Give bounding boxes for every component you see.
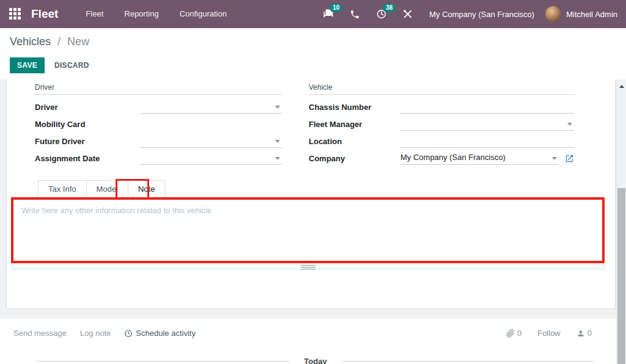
field-label-mobility-card: Mobility Card <box>35 120 141 129</box>
messages-button[interactable]: 10 <box>323 9 334 20</box>
scrollbar-up-arrow-icon[interactable] <box>619 85 624 88</box>
nav-item-fleet[interactable]: Fleet <box>75 0 114 28</box>
followers-count: 0 <box>587 329 592 338</box>
date-divider: Today <box>37 357 594 364</box>
fleet-manager-input[interactable] <box>400 117 574 131</box>
tab-model[interactable]: Model <box>86 180 128 198</box>
chevron-down-icon <box>567 123 572 126</box>
field-label-fleet-manager: Fleet Manager <box>309 120 400 129</box>
company-input[interactable]: My Company (San Francisco) <box>400 151 559 165</box>
chevron-down-icon <box>275 140 280 143</box>
field-row-mobility-card: Mobility Card <box>35 115 282 133</box>
save-button[interactable]: SAVE <box>10 57 45 73</box>
person-icon <box>576 329 585 338</box>
tab-note[interactable]: Note <box>128 180 165 198</box>
attachments-count: 0 <box>517 329 521 338</box>
field-label-company: Company <box>309 154 400 163</box>
note-input[interactable] <box>11 198 605 263</box>
breadcrumb-current: New <box>67 35 89 48</box>
date-divider-label: Today <box>289 357 341 364</box>
field-row-location: Location <box>309 133 574 150</box>
chevron-down-icon <box>552 157 557 160</box>
company-value: My Company (San Francisco) <box>400 151 559 164</box>
chassis-number-input[interactable] <box>400 100 574 114</box>
field-row-future-driver: Future Driver <box>35 133 282 150</box>
user-menu[interactable]: Mitchell Admin <box>545 6 617 22</box>
driver-section: Driver Driver Mobility Card Future Drive… <box>35 83 282 167</box>
mobility-card-input[interactable] <box>141 117 282 131</box>
field-row-driver: Driver <box>35 98 282 115</box>
avatar <box>545 6 561 22</box>
activities-button[interactable]: 38 <box>376 9 387 20</box>
clock-icon <box>124 329 133 338</box>
field-row-assignment-date: Assignment Date <box>35 150 282 167</box>
log-note-button[interactable]: Log note <box>80 329 111 338</box>
top-navbar: Fleet Fleet Reporting Configuration 10 <box>0 0 626 28</box>
field-label-driver: Driver <box>35 103 141 112</box>
field-label-chassis-number: Chassis Number <box>309 103 400 112</box>
note-page <box>11 198 605 263</box>
notebook-tabs: Tax Info Model Note <box>38 180 165 198</box>
assignment-date-input[interactable] <box>141 151 282 165</box>
driver-input[interactable] <box>141 100 282 114</box>
odoo-fleet-vehicle-form: Fleet Fleet Reporting Configuration 10 <box>0 0 626 364</box>
scrollbar-thumb[interactable] <box>617 188 625 364</box>
app-brand[interactable]: Fleet <box>31 7 58 21</box>
vehicle-section: Vehicle Chassis Number Fleet Manager Loc… <box>309 83 574 167</box>
form-scroll-area: Driver Driver Mobility Card Future Drive… <box>0 79 616 318</box>
send-message-button[interactable]: Send message <box>13 329 67 338</box>
paperclip-icon <box>506 329 515 338</box>
breadcrumb-separator: / <box>57 35 61 48</box>
activities-badge: 38 <box>383 4 396 12</box>
notebook-resize-strip <box>11 264 605 270</box>
tools-icon <box>403 9 413 19</box>
messages-badge: 10 <box>330 4 342 12</box>
follow-button[interactable]: Follow <box>537 329 561 338</box>
phone-icon <box>350 9 360 20</box>
location-input[interactable] <box>400 134 574 148</box>
discard-button[interactable]: DISCARD <box>54 61 89 70</box>
company-switcher[interactable]: My Company (San Francisco) <box>429 10 534 19</box>
section-title-driver: Driver <box>35 83 282 95</box>
chevron-down-icon <box>275 106 280 109</box>
chatter: Send message Log note Schedule activity … <box>0 318 616 364</box>
schedule-activity-button[interactable]: Schedule activity <box>124 329 196 338</box>
field-label-assignment-date: Assignment Date <box>35 154 141 163</box>
breadcrumb-vehicles-link[interactable]: Vehicles <box>10 35 51 48</box>
form-sheet: Driver Driver Mobility Card Future Drive… <box>6 79 616 309</box>
attachments-button[interactable]: 0 <box>506 329 521 338</box>
schedule-activity-label: Schedule activity <box>136 329 196 338</box>
resize-handle[interactable] <box>301 265 315 269</box>
field-row-chassis-number: Chassis Number <box>309 98 574 115</box>
future-driver-input[interactable] <box>141 134 282 148</box>
breadcrumb: Vehicles / New <box>10 35 89 48</box>
section-title-vehicle: Vehicle <box>309 83 574 95</box>
field-row-company: Company My Company (San Francisco) <box>309 150 574 167</box>
voip-button[interactable] <box>350 9 360 20</box>
external-link-icon[interactable] <box>565 154 574 163</box>
vertical-scrollbar[interactable] <box>616 79 626 364</box>
field-row-fleet-manager: Fleet Manager <box>309 115 574 133</box>
field-label-location: Location <box>309 137 400 146</box>
followers-button[interactable]: 0 <box>576 329 592 338</box>
tools-button[interactable] <box>403 9 413 19</box>
field-label-future-driver: Future Driver <box>35 137 141 146</box>
nav-item-configuration[interactable]: Configuration <box>169 0 237 28</box>
chevron-down-icon <box>275 157 280 160</box>
tab-tax-info[interactable]: Tax Info <box>38 180 87 198</box>
apps-menu-icon[interactable] <box>9 8 21 20</box>
user-name: Mitchell Admin <box>566 10 617 19</box>
nav-item-reporting[interactable]: Reporting <box>114 0 169 28</box>
control-panel: Vehicles / New SAVE DISCARD <box>0 28 626 79</box>
